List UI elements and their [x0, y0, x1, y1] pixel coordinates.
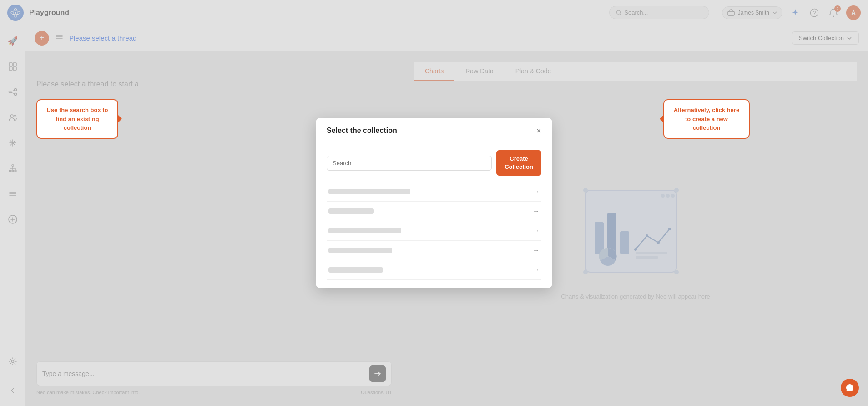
collection-modal: Select the collection × CreateCollection…	[316, 118, 552, 288]
list-item[interactable]: →	[327, 182, 541, 202]
modal-search-row: CreateCollection	[327, 150, 541, 176]
collection-list: → → → → →	[327, 182, 541, 280]
list-item[interactable]: →	[327, 202, 541, 221]
modal-header: Select the collection ×	[316, 118, 552, 142]
tooltip-create: Alternatively, click here to create a ne…	[663, 99, 750, 139]
list-item[interactable]: →	[327, 260, 541, 280]
arrow-icon: →	[532, 207, 540, 215]
modal-close-button[interactable]: ×	[536, 126, 541, 135]
arrow-icon: →	[532, 227, 540, 235]
create-collection-button[interactable]: CreateCollection	[496, 150, 541, 176]
modal-overlay: Use the search box to find an existing c…	[0, 0, 868, 406]
modal-body: CreateCollection → → → →	[316, 142, 552, 288]
modal-title: Select the collection	[327, 127, 397, 135]
chat-support-button[interactable]	[841, 379, 859, 397]
tooltip-search: Use the search box to find an existing c…	[36, 99, 118, 139]
arrow-icon: →	[532, 266, 540, 274]
arrow-icon: →	[532, 188, 540, 196]
collection-search-input[interactable]	[327, 156, 492, 171]
arrow-icon: →	[532, 246, 540, 254]
list-item[interactable]: →	[327, 241, 541, 260]
list-item[interactable]: →	[327, 221, 541, 241]
